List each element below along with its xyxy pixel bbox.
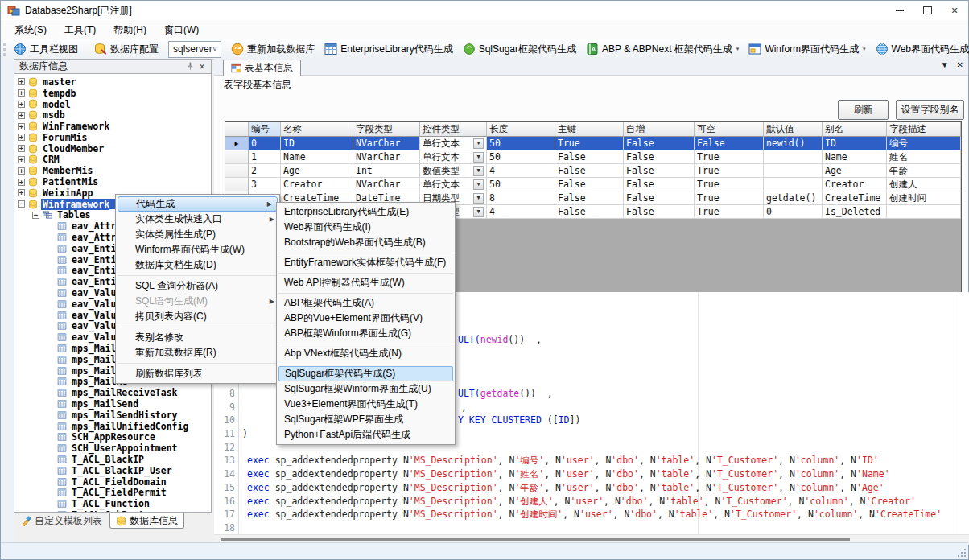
tree-node-table[interactable]: T_ACL_Function [14,498,211,509]
tab-close-icon[interactable]: ✕ [957,60,963,69]
context-menu-item-7[interactable]: SQL语句生成(M)▶ [116,294,279,309]
grid-corner-cell[interactable] [225,122,249,137]
grid-row[interactable]: 3CreatorNVarChar单行文本▼50FalseFalseTrueCre… [225,178,961,191]
tree-node-database[interactable]: +ForumMis [14,132,211,143]
submenu-item-14[interactable]: SqlSugar框架代码生成(S) [278,366,453,381]
menubar-item-0[interactable]: 系统(S) [6,20,56,40]
expand-icon[interactable]: + [18,123,25,130]
collapse-icon[interactable]: − [32,212,39,219]
tree-node-table[interactable]: mps_MailSend [14,398,211,410]
tree-node-table[interactable]: mps_MailSendHistory [14,410,211,421]
context-menu-item-1[interactable]: 实体类生成快速入口▶ [116,212,279,227]
grid-combo-cell[interactable]: 单行文本▼ [420,150,487,164]
tree-node-database[interactable]: +CloudMember [14,143,211,154]
context-menu-item-2[interactable]: 实体类属性生成(P) [116,227,279,242]
tree-node-database[interactable]: +CRM [14,154,211,166]
tree-node-table[interactable]: mps_MailUnifiedConfig [14,421,211,432]
close-button[interactable]: × [941,1,968,20]
grid-column-header[interactable]: 别名 [823,122,887,137]
tree-node-database[interactable]: +tempdb [14,88,211,99]
tab-table-basic-info[interactable]: 表基本信息 [223,60,301,76]
grid-row-header[interactable]: ▶ [225,137,249,150]
grid-row[interactable]: ▶0IDNVarChar单行文本▼50TrueFalseFalsenewid()… [225,137,961,150]
menubar-item-2[interactable]: 帮助(H) [105,20,155,40]
expand-icon[interactable]: + [18,134,25,141]
toolbar-button-globe[interactable]: 工具栏视图 [9,40,83,59]
context-menu-item-11[interactable]: 重新加载数据库(R) [116,345,279,360]
expand-icon[interactable]: + [18,78,25,85]
grid-column-header[interactable]: 可空 [695,122,764,137]
submenu-item-10[interactable]: ABP框架Winform界面生成(G) [277,326,455,341]
menubar-item-3[interactable]: 窗口(W) [155,20,208,40]
submenu-item-16[interactable]: Vue3+Element界面代码生成(T) [277,397,455,412]
expand-icon[interactable]: + [18,89,25,97]
dropdown-arrow-icon[interactable]: ▼ [473,166,484,176]
context-menu-item-8[interactable]: 拷贝列表内容(C) [116,309,279,324]
toolbar-button-web[interactable]: Web界面代码生成▾ [871,40,969,59]
resize-grip[interactable] [955,546,966,557]
collapse-icon[interactable]: − [18,200,25,208]
grid-row-header[interactable] [225,164,249,178]
grid-row-header[interactable] [225,150,249,164]
dropdown-arrow-icon[interactable]: ▼ [473,179,484,190]
grid-combo-cell[interactable]: 单行文本▼ [420,178,487,191]
grid-column-header[interactable]: 控件类型 [420,122,487,137]
grid-row-header[interactable] [225,178,249,191]
toolbar-button-sqlsugar[interactable]: SqlSugar框架代码生成 [458,40,581,59]
toolbar-button-dbconfig[interactable]: 数据库配置 [89,40,163,59]
context-menu-item-4[interactable]: 数据库文档生成(D) [116,257,279,273]
database-type-combo[interactable]: sqlserver∨ [168,41,221,58]
submenu-item-2[interactable]: Bootstrap的Web界面代码生成(B) [277,235,455,250]
expand-icon[interactable]: + [18,167,25,175]
expand-icon[interactable]: + [18,101,25,108]
grid-column-header[interactable]: 默认值 [764,122,823,137]
tree-node-table[interactable]: mps_MailReceiveTask [14,387,211,398]
grid-column-header[interactable]: 主键 [555,122,624,137]
submenu-item-6[interactable]: Web API控制器代码生成(W) [277,275,455,290]
tree-node-table[interactable]: T_ACL_FieldPermit [14,487,211,498]
toolbar-button-entlib[interactable]: EnterpriseLibrary代码生成 [320,40,457,59]
set-field-alias-button[interactable]: 设置字段别名 [896,100,964,120]
sidebar-tab-0[interactable]: 自定义模板列表 [15,513,108,529]
refresh-button[interactable]: 刷新 [838,100,889,120]
expand-icon[interactable]: + [18,112,25,119]
tree-node-table[interactable]: T_ACL_BlackIP [14,454,211,465]
tree-node-database[interactable]: +model [14,99,211,110]
menubar-item-1[interactable]: 工具(T) [56,20,105,40]
grid-combo-cell[interactable]: 数值类型▼ [420,164,487,178]
grid-row[interactable]: 1NameNVarChar单行文本▼50FalseFalseTrueName姓名 [225,150,961,164]
toolbar-button-winform[interactable]: Winform界面代码生成▾ [744,40,870,59]
tree-node-database[interactable]: +WinFramework [14,121,211,132]
panel-close-icon[interactable]: × [196,61,208,72]
tree-node-table[interactable]: T_ACL_BlackIP_User [14,465,211,476]
context-menu-item-10[interactable]: 表别名修改 [116,330,279,345]
toolbar-button-abp[interactable]: ABP & ABPNext 框架代码生成▾ [581,40,744,59]
toolbar-button-reload[interactable]: 重新加载数据库 [226,40,320,59]
sidebar-tab-1[interactable]: 数据库信息 [109,513,184,529]
submenu-item-15[interactable]: SqlSugar框架Winform界面生成(U) [277,381,455,397]
tree-node-table[interactable]: T_ACL_FieldDomain [14,476,211,488]
submenu-item-0[interactable]: EnterpriseLibrary代码生成(E) [277,204,455,220]
dropdown-arrow-icon[interactable]: ▼ [473,138,484,149]
dropdown-arrow-icon[interactable]: ▼ [473,152,484,163]
expand-icon[interactable]: + [18,156,25,163]
expand-icon[interactable]: + [18,145,25,152]
tab-dropdown-icon[interactable]: ▼ [941,60,949,69]
submenu-item-1[interactable]: Web界面代码生成(I) [277,220,455,235]
submenu-item-9[interactable]: ABP的Vue+Element界面代码(V) [277,311,455,326]
grid-column-header[interactable]: 长度 [487,122,555,137]
submenu-item-18[interactable]: Python+FastApi后端代码生成 [277,427,455,443]
tree-node-table[interactable]: SCH_UserAppointment [14,443,211,454]
minimize-button[interactable] [886,1,913,20]
grid-column-header[interactable]: 字段类型 [353,122,420,137]
context-menu-item-3[interactable]: Winform界面代码生成(W) [116,242,279,257]
submenu-item-8[interactable]: ABP框架代码生成(A) [277,295,455,311]
grid-column-header[interactable]: 编号 [249,122,281,137]
submenu-item-12[interactable]: Abp VNext框架代码生成(N) [277,346,455,361]
maximize-button[interactable] [913,1,941,20]
pin-icon[interactable] [185,61,196,72]
tree-node-database[interactable]: +master [14,76,211,88]
scrollbar-thumb[interactable] [221,538,850,541]
grid-column-header[interactable]: 字段描述 [887,122,961,137]
grid-column-header[interactable]: 自增 [624,122,695,137]
